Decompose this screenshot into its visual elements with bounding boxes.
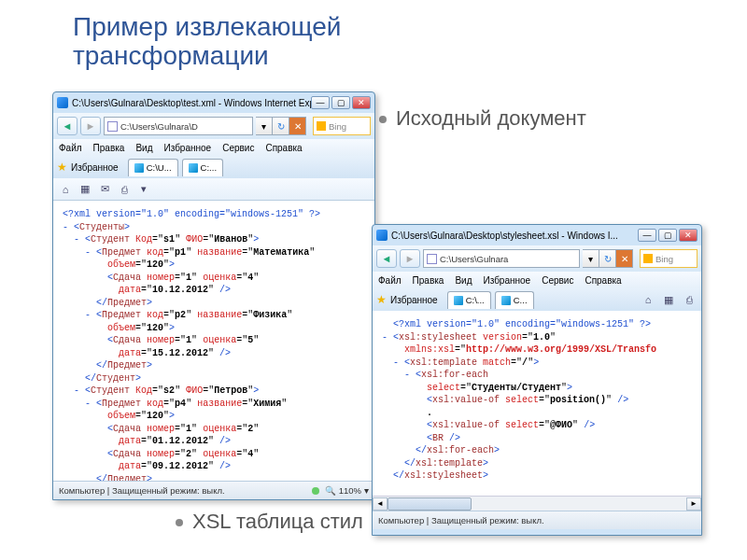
browser-tab[interactable]: C:\U... [128, 159, 178, 176]
zoom-control[interactable]: 🔍 110% ▾ [325, 485, 369, 496]
menu-view[interactable]: Вид [135, 143, 152, 153]
tab-icon [189, 163, 198, 173]
browser-window-xml: C:\Users\Gulnara\Desktop\test.xml - Wind… [52, 91, 375, 500]
close-button[interactable]: ✕ [679, 229, 698, 242]
content-pane[interactable]: <?xml version="1.0" encoding="windows-12… [373, 311, 701, 496]
bing-icon [643, 254, 653, 263]
menu-tools[interactable]: Сервис [542, 275, 573, 286]
print-icon[interactable]: ⎙ [116, 181, 133, 198]
tab-bar: ★ Избранное C:\U... C:... [53, 156, 374, 178]
window-title: C:\Users\Gulnara\Desktop\stylesheet.xsl … [391, 231, 638, 241]
reload-button[interactable]: ↻ [599, 249, 616, 268]
back-button[interactable] [376, 249, 397, 268]
tab-bar: ★ Избранное C:\... C... ⌂ ▦ ⎙ [373, 288, 701, 311]
status-text: Компьютер | Защищенный режим: выкл. [378, 515, 544, 525]
menu-bar: Файл Правка Вид Избранное Сервис Справка [53, 139, 374, 156]
dropdown-button[interactable]: ▾ [583, 249, 599, 268]
bullet-icon [176, 519, 183, 526]
print-icon[interactable]: ⎙ [681, 291, 698, 308]
ie-icon [57, 97, 68, 108]
favorites-star-icon[interactable]: ★ [376, 293, 387, 306]
tab-icon [454, 296, 463, 305]
menu-file[interactable]: Файл [378, 275, 402, 286]
content-pane[interactable]: <?xml version="1.0" encoding="windows-12… [53, 201, 374, 481]
scroll-right-button[interactable]: ► [686, 497, 701, 511]
feeds-icon[interactable]: ▦ [77, 181, 93, 198]
menu-edit[interactable]: Правка [413, 275, 444, 286]
window-title: C:\Users\Gulnara\Desktop\test.xml - Wind… [72, 98, 311, 108]
nav-toolbar: C:\Users\Gulnara ▾ ↻ ✕ Bing [373, 245, 701, 272]
tab-icon [501, 296, 511, 305]
dropdown-button[interactable]: ▾ [256, 117, 273, 135]
reload-button[interactable]: ↻ [273, 117, 289, 135]
bullet-icon [379, 116, 387, 123]
minimize-button[interactable]: — [311, 96, 330, 109]
nav-toolbar: C:\Users\Gulnara\D ▾ ↻ ✕ Bing [53, 113, 374, 139]
favorites-label[interactable]: Избранное [390, 295, 438, 305]
browser-window-xsl: C:\Users\Gulnara\Desktop\stylesheet.xsl … [372, 224, 702, 536]
menu-help[interactable]: Справка [265, 143, 302, 153]
ie-icon [376, 230, 388, 241]
feeds-icon[interactable]: ▦ [660, 291, 677, 308]
menu-view[interactable]: Вид [455, 275, 472, 286]
browser-tab[interactable]: C... [495, 291, 534, 309]
status-bar: Компьютер | Защищенный режим: выкл. 🔍 11… [53, 481, 374, 499]
slide-title: Пример извлекающей трансформации [0, 0, 747, 71]
menu-help[interactable]: Справка [585, 275, 621, 286]
caption-source: Исходный документ [379, 106, 586, 131]
scroll-left-button[interactable]: ◄ [373, 497, 388, 511]
horizontal-scrollbar[interactable]: ◄ ► [373, 496, 701, 511]
browser-tab[interactable]: C:\... [447, 291, 491, 309]
back-button[interactable] [57, 117, 78, 135]
page-icon [107, 121, 118, 132]
favorites-label[interactable]: Избранное [71, 162, 119, 173]
search-input[interactable]: Bing [640, 249, 698, 268]
scroll-thumb[interactable] [388, 497, 472, 511]
menu-bar: Файл Правка Вид Избранное Сервис Справка [373, 272, 701, 288]
page-menu-icon[interactable]: ▾ [135, 181, 152, 198]
close-button[interactable]: ✕ [352, 96, 371, 109]
menu-favorites[interactable]: Избранное [483, 275, 530, 286]
menu-edit[interactable]: Правка [93, 143, 125, 153]
command-bar: ⌂ ▦ ✉ ⎙ ▾ [53, 178, 374, 201]
stop-button[interactable]: ✕ [289, 117, 306, 135]
favorites-star-icon[interactable]: ★ [57, 161, 67, 174]
search-input[interactable]: Bing [313, 117, 371, 135]
home-icon[interactable]: ⌂ [640, 291, 656, 308]
titlebar[interactable]: C:\Users\Gulnara\Desktop\test.xml - Wind… [53, 92, 374, 113]
address-bar[interactable]: C:\Users\Gulnara\D [104, 117, 253, 135]
zone-icon [312, 487, 319, 495]
status-text: Компьютер | Защищенный режим: выкл. [59, 485, 225, 496]
forward-button[interactable] [80, 117, 101, 135]
forward-button[interactable] [400, 249, 420, 268]
tab-icon [134, 163, 144, 173]
minimize-button[interactable]: — [638, 229, 656, 242]
stop-button[interactable]: ✕ [616, 249, 633, 268]
maximize-button[interactable]: ▢ [658, 229, 677, 242]
menu-tools[interactable]: Сервис [222, 143, 254, 153]
status-bar: Компьютер | Защищенный режим: выкл. [373, 511, 701, 529]
mail-icon[interactable]: ✉ [96, 181, 113, 198]
caption-xsl: XSL таблица стил [176, 510, 363, 534]
page-icon [427, 254, 437, 264]
browser-tab[interactable]: C:... [182, 159, 223, 176]
address-bar[interactable]: C:\Users\Gulnara [423, 249, 580, 268]
maximize-button[interactable]: ▢ [331, 96, 350, 109]
titlebar[interactable]: C:\Users\Gulnara\Desktop\stylesheet.xsl … [373, 225, 701, 245]
bing-icon [317, 121, 326, 131]
home-icon[interactable]: ⌂ [57, 181, 74, 198]
menu-file[interactable]: Файл [59, 143, 82, 153]
menu-favorites[interactable]: Избранное [163, 143, 211, 153]
